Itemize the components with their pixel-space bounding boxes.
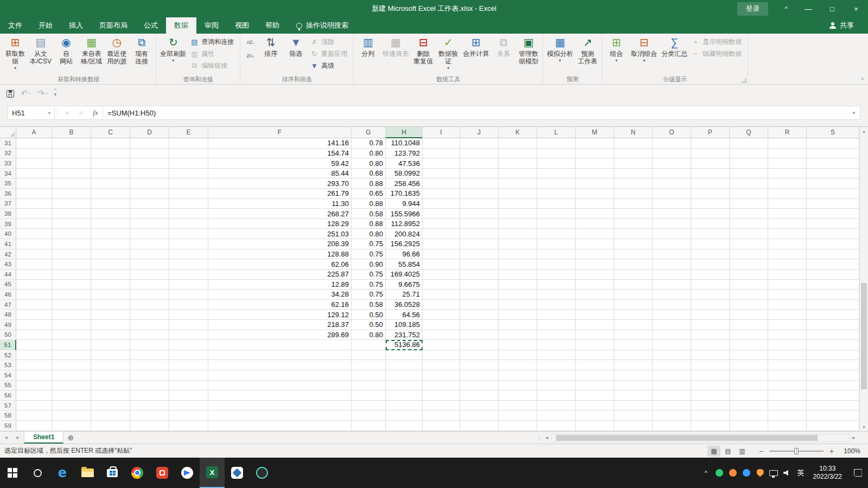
cell-F47[interactable]: 62.16 (208, 300, 352, 310)
cell-N55[interactable] (614, 381, 653, 391)
row-header-32[interactable]: 32 (0, 149, 16, 159)
cell-S59[interactable] (807, 421, 859, 431)
cell-R37[interactable] (768, 199, 807, 209)
manage-data-model-button[interactable]: ▣管理数 据模型 (516, 34, 541, 75)
tray-orange-app-button[interactable] (726, 458, 740, 488)
row-header-52[interactable]: 52 (0, 350, 16, 361)
share-button[interactable]: 共享 (829, 17, 854, 34)
cell-S47[interactable] (807, 300, 859, 310)
cell-P33[interactable] (691, 158, 730, 169)
cell-E31[interactable] (169, 138, 208, 149)
taskbar-edge-button[interactable]: e (50, 458, 75, 488)
cell-P42[interactable] (691, 249, 730, 260)
cell-L47[interactable] (537, 300, 576, 310)
cell-B41[interactable] (52, 239, 91, 249)
row-header-47[interactable]: 47 (0, 300, 16, 310)
cell-I59[interactable] (423, 421, 460, 431)
cell-F40[interactable]: 251.03 (208, 229, 352, 239)
new-sheet-button[interactable]: ⊕ (63, 432, 78, 444)
cell-M53[interactable] (576, 360, 614, 370)
cell-B51[interactable] (52, 340, 91, 350)
cell-P54[interactable] (691, 370, 730, 381)
cell-R51[interactable] (768, 340, 807, 350)
cell-O33[interactable] (653, 158, 691, 169)
cell-K34[interactable] (499, 169, 537, 179)
undo-button[interactable]: ↶▾ (21, 89, 31, 98)
row-header-54[interactable]: 54 (0, 370, 16, 381)
cell-E56[interactable] (169, 390, 208, 401)
cell-Q44[interactable] (730, 269, 768, 280)
cell-Q41[interactable] (730, 239, 768, 249)
cell-A54[interactable] (16, 370, 52, 381)
cell-P51[interactable] (691, 340, 730, 350)
vertical-scrollbar[interactable]: ▲ ▼ (859, 127, 868, 431)
cell-H58[interactable] (386, 410, 423, 421)
scroll-up-arrow-icon[interactable]: ▲ (860, 127, 868, 136)
cell-L34[interactable] (537, 169, 576, 179)
cell-N32[interactable] (614, 149, 653, 159)
cell-O41[interactable] (653, 239, 691, 249)
row-header-59[interactable]: 59 (0, 421, 16, 431)
cell-G38[interactable]: 0.58 (352, 209, 386, 219)
what-if-analysis-button[interactable]: ▦模拟分析▾ (545, 34, 575, 75)
row-header-37[interactable]: 37 (0, 199, 16, 209)
cell-F45[interactable]: 12.89 (208, 280, 352, 290)
cell-M35[interactable] (576, 178, 614, 189)
text-to-columns-button[interactable]: ▥分列 (355, 34, 380, 75)
cell-B39[interactable] (52, 219, 91, 229)
cell-L50[interactable] (537, 330, 576, 341)
cell-N49[interactable] (614, 320, 653, 330)
cell-E39[interactable] (169, 219, 208, 229)
cell-A41[interactable] (16, 239, 52, 249)
cell-M40[interactable] (576, 229, 614, 239)
cell-Q51[interactable] (730, 340, 768, 350)
cell-D39[interactable] (130, 219, 169, 229)
cell-R57[interactable] (768, 401, 807, 411)
cell-R50[interactable] (768, 330, 807, 341)
row-header-43[interactable]: 43 (0, 259, 16, 269)
cell-P44[interactable] (691, 269, 730, 280)
cell-D59[interactable] (130, 421, 169, 431)
group-button[interactable]: ⊞组合▾ (604, 34, 629, 75)
cell-C50[interactable] (91, 330, 130, 341)
cell-E38[interactable] (169, 209, 208, 219)
cell-H40[interactable]: 200.824 (386, 229, 423, 239)
cell-M56[interactable] (576, 390, 614, 401)
cell-D38[interactable] (130, 209, 169, 219)
cell-O49[interactable] (653, 320, 691, 330)
tray-green-app-button[interactable] (713, 458, 726, 488)
cell-M44[interactable] (576, 269, 614, 280)
cell-K32[interactable] (499, 149, 537, 159)
cell-P57[interactable] (691, 401, 730, 411)
cell-B35[interactable] (52, 178, 91, 189)
cell-Q57[interactable] (730, 401, 768, 411)
cell-R59[interactable] (768, 421, 807, 431)
cell-S56[interactable] (807, 390, 859, 401)
cell-P52[interactable] (691, 350, 730, 361)
cell-O32[interactable] (653, 149, 691, 159)
cell-Q49[interactable] (730, 320, 768, 330)
cell-Q56[interactable] (730, 390, 768, 401)
cell-S46[interactable] (807, 290, 859, 300)
cell-Q46[interactable] (730, 290, 768, 300)
cell-R42[interactable] (768, 249, 807, 260)
cell-G46[interactable]: 0.75 (352, 290, 386, 300)
cell-D50[interactable] (130, 330, 169, 341)
cell-H59[interactable] (386, 421, 423, 431)
cell-B53[interactable] (52, 360, 91, 370)
cell-I43[interactable] (423, 259, 460, 269)
column-header-E[interactable]: E (169, 127, 208, 138)
row-header-46[interactable]: 46 (0, 290, 16, 300)
cell-M50[interactable] (576, 330, 614, 341)
cell-C42[interactable] (91, 249, 130, 260)
cell-C45[interactable] (91, 280, 130, 290)
cell-N38[interactable] (614, 209, 653, 219)
cell-E52[interactable] (169, 350, 208, 361)
data-validation-button[interactable]: ✓数据验 证▾ (436, 34, 461, 75)
cell-J32[interactable] (460, 149, 499, 159)
column-header-S[interactable]: S (807, 127, 859, 138)
cell-L31[interactable] (537, 138, 576, 149)
zoom-slider[interactable] (769, 446, 824, 456)
cell-N48[interactable] (614, 310, 653, 320)
cell-D34[interactable] (130, 169, 169, 179)
